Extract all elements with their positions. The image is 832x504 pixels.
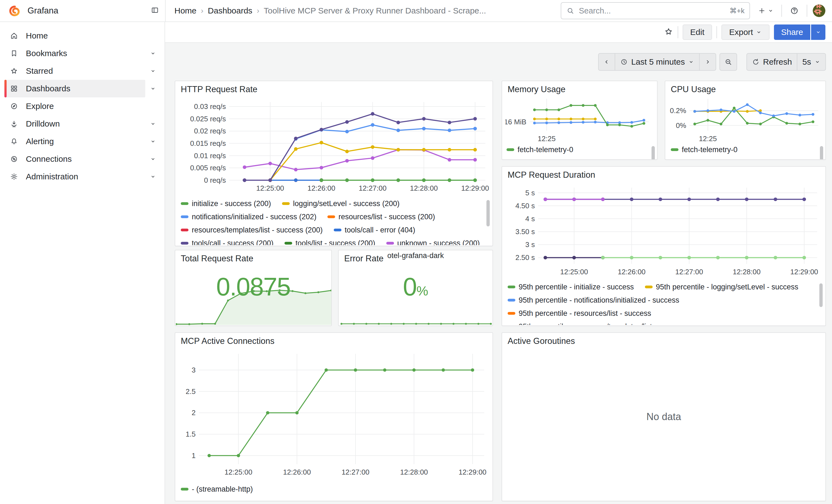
svg-text:12:25: 12:25	[538, 135, 555, 142]
breadcrumb-item[interactable]: Dashboards	[208, 6, 252, 16]
bookmarks-icon	[10, 49, 18, 57]
svg-text:12:25: 12:25	[699, 135, 717, 142]
favorite-star-button[interactable]	[664, 27, 673, 37]
panel-title: MCP Active Connections	[181, 336, 275, 346]
time-back-button[interactable]	[599, 54, 615, 70]
legend-item[interactable]: tools/list - success (200)	[285, 239, 375, 245]
legend-item[interactable]: logging/setLevel - success (200)	[282, 200, 399, 208]
refresh-button[interactable]: Refresh	[747, 54, 797, 70]
legend-scrollbar[interactable]	[651, 146, 655, 160]
refresh-group: Refresh 5s	[747, 53, 826, 71]
legend-item[interactable]: - (streamable-http)	[181, 485, 253, 494]
sidebar-toggle-button[interactable]	[151, 6, 159, 16]
sidebar-expand-connections[interactable]	[145, 150, 161, 168]
chevron-down-icon	[768, 8, 774, 14]
sidebar-link-administration[interactable]: Administration	[4, 168, 145, 185]
time-range-picker[interactable]: Last 5 minutes	[615, 54, 699, 70]
legend-item[interactable]: unknown - success (200)	[386, 239, 480, 245]
svg-text:1.5: 1.5	[186, 430, 196, 438]
legend-item[interactable]: resources/templates/list - success (200)	[181, 226, 323, 234]
legend-swatch	[386, 242, 394, 244]
chevron-left-icon	[604, 59, 610, 65]
svg-text:0%: 0%	[676, 121, 686, 130]
legend-item[interactable]: tools/call - error (404)	[334, 226, 415, 234]
legend-item[interactable]: fetch-telemetry-0	[671, 145, 738, 154]
sidebar-link-dashboards[interactable]: Dashboards	[4, 80, 145, 97]
legend-swatch	[671, 148, 678, 151]
svg-text:3.50 s: 3.50 s	[515, 228, 535, 236]
sidebar-item-drilldown: Drilldown	[4, 115, 161, 133]
sidebar-expand-administration[interactable]	[145, 168, 161, 185]
sidebar-expand-bookmarks[interactable]	[145, 45, 161, 62]
avatar-image	[813, 4, 825, 17]
dashboard-toolbar: Edit Export Share	[165, 22, 832, 43]
sidebar-expand-starred[interactable]	[145, 62, 161, 80]
legend-item[interactable]: tools/call - success (200)	[181, 239, 274, 245]
panel-memory-usage: Memory Usage 16 MiB12:25 fetch-telemetry…	[501, 81, 657, 160]
sidebar-item-label: Administration	[26, 172, 78, 181]
breadcrumb-item[interactable]: Home	[175, 6, 197, 16]
help-button[interactable]	[787, 2, 801, 19]
legend-label: tools/call - success (200)	[192, 239, 274, 245]
svg-text:1: 1	[192, 451, 196, 460]
zoom-out-button[interactable]	[720, 53, 737, 71]
connections-icon	[10, 155, 18, 163]
export-button[interactable]: Export	[721, 25, 770, 40]
refresh-interval-picker[interactable]: 5s	[797, 54, 825, 70]
time-forward-button[interactable]	[699, 54, 716, 70]
divider	[807, 5, 807, 17]
sidebar-link-home[interactable]: Home	[4, 27, 161, 45]
sidebar-link-connections[interactable]: Connections	[4, 150, 145, 168]
edit-button[interactable]: Edit	[683, 25, 712, 40]
sidebar-link-drilldown[interactable]: Drilldown	[4, 115, 145, 133]
sidebar-link-explore[interactable]: Explore	[4, 97, 161, 115]
share-menu-button[interactable]	[811, 25, 825, 40]
panel-mcp-request-duration: MCP Request Duration 5 s4.50 s4 s3.50 s3…	[501, 166, 826, 326]
sidebar-item-label: Explore	[26, 102, 54, 111]
cpu-legend: fetch-telemetry-0	[671, 145, 817, 157]
sidebar-item-label: Bookmarks	[26, 49, 67, 58]
legend-swatch	[508, 286, 515, 288]
legend-item[interactable]: initialize - success (200)	[181, 200, 271, 208]
sidebar-link-alerting[interactable]: Alerting	[4, 133, 145, 150]
sidebar-expand-dashboards[interactable]	[145, 80, 161, 97]
time-range-group: Last 5 minutes	[598, 53, 716, 71]
no-data-message: No data	[502, 333, 825, 501]
chevron-down-icon	[150, 138, 156, 144]
legend-scrollbar[interactable]	[487, 200, 490, 227]
svg-text:0.02 req/s: 0.02 req/s	[194, 127, 226, 135]
search-input[interactable]	[578, 6, 726, 16]
sidebar-item-connections: Connections	[4, 150, 161, 168]
legend-item[interactable]: 95th percentile - initialize - success	[508, 283, 634, 291]
datasource-overlay-label: otel-grafana-dark	[338, 251, 493, 260]
chevron-down-icon	[150, 68, 156, 74]
sidebar-item-dashboards: Dashboards	[4, 80, 161, 97]
legend-scrollbar[interactable]	[820, 283, 823, 307]
user-avatar[interactable]	[813, 4, 825, 17]
sidebar-link-starred[interactable]: Starred	[4, 62, 145, 80]
chevron-down-icon	[150, 50, 156, 56]
sidebar-item-alerting: Alerting	[4, 133, 161, 150]
legend-item[interactable]: resources/list - success (200)	[328, 213, 435, 221]
administration-icon	[10, 173, 18, 181]
legend-item[interactable]: 95th percentile - resources/templates/li…	[508, 322, 685, 325]
sidebar: HomeBookmarksStarredDashboardsExploreDri…	[0, 22, 165, 504]
plus-icon	[758, 7, 766, 15]
legend-item[interactable]: 95th percentile - resources/list - succe…	[508, 309, 651, 318]
search-box[interactable]: ⌘+k	[561, 2, 750, 19]
zoom-out-icon	[724, 58, 732, 66]
legend-scrollbar[interactable]	[820, 146, 823, 160]
sidebar-expand-alerting[interactable]	[145, 133, 161, 150]
brand-name: Grafana	[27, 6, 58, 16]
panel-title: CPU Usage	[671, 84, 716, 95]
legend-item[interactable]: 95th percentile - notifications/initiali…	[508, 296, 679, 304]
share-button[interactable]: Share	[774, 25, 810, 40]
legend-item[interactable]: 95th percentile - logging/setLevel - suc…	[645, 283, 799, 291]
chevron-down-icon	[150, 121, 156, 127]
sidebar-expand-drilldown[interactable]	[145, 115, 161, 133]
sidebar-link-bookmarks[interactable]: Bookmarks	[4, 45, 145, 62]
legend-item[interactable]: fetch-telemetry-0	[506, 145, 573, 154]
home-icon	[10, 32, 18, 40]
legend-item[interactable]: notifications/initialized - success (202…	[181, 213, 316, 221]
add-new-button[interactable]	[755, 2, 776, 19]
